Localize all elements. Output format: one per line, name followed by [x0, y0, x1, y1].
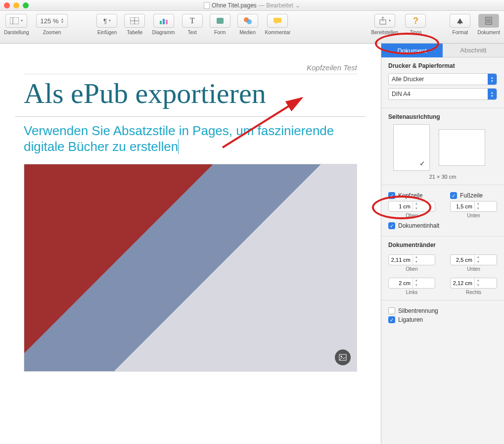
comment-label: Kommentar — [265, 30, 291, 35]
unten-label: Unten — [450, 213, 497, 218]
margin-left-stepper[interactable]: ▴▾ — [388, 278, 435, 289]
dokumentinhalt-label: Dokumentinhalt — [398, 222, 439, 229]
check-icon: ✓ — [419, 159, 425, 167]
table-button[interactable] — [124, 14, 145, 28]
share-label: Bereitstellen — [371, 30, 398, 35]
window-title: Ohne Titel.pages — Bearbeitet ⌄ — [0, 2, 504, 9]
comment-button[interactable] — [267, 14, 288, 28]
document-icon — [204, 2, 210, 9]
svg-rect-6 — [163, 19, 165, 24]
shape-label: Form — [214, 30, 226, 35]
image-replace-icon[interactable] — [335, 349, 351, 365]
svg-point-10 — [247, 19, 252, 24]
oben-label: Oben — [388, 213, 435, 218]
tab-dokument[interactable]: Dokument — [381, 44, 443, 57]
svg-rect-5 — [160, 21, 162, 24]
kopfzeile-checkbox[interactable]: ✓ — [388, 192, 395, 199]
tips-button[interactable]: ? — [405, 14, 426, 28]
window-titlebar: Ohne Titel.pages — Bearbeitet ⌄ — [0, 0, 504, 11]
kopfzeile-label: Kopfzeile — [398, 192, 422, 199]
chart-label: Diagramm — [152, 30, 175, 35]
toolbar: ▾ Darstellung 125 %▴▾ Zoomen ¶▾ Einfügen… — [0, 11, 504, 44]
zoom-select[interactable]: 125 %▴▾ — [36, 14, 68, 28]
svg-rect-11 — [274, 18, 281, 23]
step-down-icon[interactable]: ▾ — [413, 206, 419, 211]
step-up-icon[interactable]: ▴ — [413, 201, 419, 206]
step-up-icon[interactable]: ▴ — [475, 201, 481, 206]
margin-top-stepper[interactable]: ▴▾ — [388, 254, 435, 265]
subtitle-text: Verwenden Sie Absatzstile in Pages, um f… — [24, 123, 334, 154]
typography-section: Silbentrennung ✓Ligaturen — [381, 300, 504, 330]
silbentrennung-checkbox[interactable] — [388, 307, 395, 314]
margins-section: Dokumentränder ▴▾ Oben ▴▾ Unten ▴▾ Links… — [381, 237, 504, 300]
header-top-input[interactable] — [389, 203, 412, 209]
document-label: Dokument — [477, 30, 500, 35]
document-canvas[interactable]: Kopfzeilen Test Als ePub exportieren Ver… — [0, 44, 381, 444]
silbentrennung-label: Silbentrennung — [398, 307, 438, 314]
fusszeile-checkbox[interactable]: ✓ — [450, 192, 457, 199]
zoom-value: 125 % — [41, 17, 59, 25]
header-top-stepper[interactable]: ▴▾ — [388, 201, 435, 212]
insert-label: Einfügen — [97, 30, 117, 35]
sidebar-tabs: Dokument Abschnitt — [381, 44, 504, 57]
printer-heading: Drucker & Papierformat — [388, 62, 497, 69]
format-button[interactable] — [450, 14, 470, 28]
margins-heading: Dokumentränder — [388, 242, 497, 248]
margin-bottom-stepper[interactable]: ▴▾ — [450, 254, 497, 265]
view-button[interactable]: ▾ — [5, 14, 27, 28]
printer-value: Alle Drucker — [392, 76, 424, 83]
header-footer-section: ✓Kopfzeile ▴▾ Oben ✓Fußzeile ▴▾ Unten ✓D… — [381, 185, 504, 237]
dokumentinhalt-checkbox[interactable]: ✓ — [388, 222, 395, 229]
page: Kopfzeilen Test Als ePub exportieren Ver… — [15, 58, 366, 444]
paper-value: DIN A4 — [392, 91, 411, 98]
ligaturen-label: Ligaturen — [398, 316, 423, 323]
paper-select[interactable]: DIN A4▴▾ — [388, 88, 497, 100]
orientation-portrait[interactable]: ✓ — [393, 124, 430, 171]
m-links-label: Links — [388, 290, 435, 295]
orientation-landscape[interactable] — [439, 129, 485, 166]
printer-section: Drucker & Papierformat Alle Drucker▴▾ DI… — [381, 57, 504, 108]
footer-bottom-stepper[interactable]: ▴▾ — [450, 201, 497, 212]
ligaturen-checkbox[interactable]: ✓ — [388, 316, 395, 323]
media-button[interactable] — [237, 14, 258, 28]
content-image[interactable] — [24, 164, 357, 372]
chart-button[interactable] — [153, 14, 174, 28]
m-oben-label: Oben — [388, 266, 435, 272]
printer-select[interactable]: Alle Drucker▴▾ — [388, 73, 497, 85]
margin-right-stepper[interactable]: ▴▾ — [450, 278, 497, 289]
svg-marker-15 — [457, 18, 463, 23]
footer-bottom-input[interactable] — [451, 203, 474, 209]
step-down-icon[interactable]: ▾ — [475, 206, 481, 211]
orientation-section: Seitenausrichtung ✓ 21 × 30 cm — [381, 108, 504, 185]
document-subtitle[interactable]: Verwenden Sie Absatzstile in Pages, um f… — [15, 123, 366, 164]
zoom-label: Zoomen — [43, 30, 61, 35]
shape-button[interactable] — [210, 14, 230, 28]
tips-label: Tipps — [410, 30, 421, 35]
page-header-text[interactable]: Kopfzeilen Test — [24, 58, 357, 74]
svg-rect-0 — [10, 17, 19, 24]
margin-bottom-input[interactable] — [451, 257, 474, 263]
filename: Ohne Titel.pages — [212, 2, 257, 9]
margin-left-input[interactable] — [389, 280, 412, 286]
orientation-heading: Seitenausrichtung — [388, 113, 497, 120]
insert-button[interactable]: ¶▾ — [96, 14, 117, 28]
tab-abschnitt[interactable]: Abschnitt — [443, 44, 504, 57]
edit-status: — Bearbeitet — [259, 2, 293, 9]
svg-marker-12 — [275, 23, 277, 24]
table-label: Tabelle — [127, 30, 143, 35]
svg-rect-7 — [166, 20, 168, 24]
margin-top-input[interactable] — [389, 257, 412, 263]
document-title[interactable]: Als ePub exportieren — [15, 78, 366, 117]
svg-rect-8 — [217, 18, 224, 24]
text-button[interactable]: T — [182, 14, 203, 28]
m-rechts-label: Rechts — [450, 290, 497, 295]
svg-point-22 — [341, 355, 342, 357]
title-chevron-icon[interactable]: ⌄ — [295, 2, 300, 9]
inspector-sidebar: Dokument Abschnitt Drucker & Papierforma… — [381, 44, 504, 444]
margin-right-input[interactable] — [451, 280, 474, 286]
orientation-size: 21 × 30 cm — [388, 174, 497, 180]
document-button[interactable] — [478, 14, 499, 28]
fusszeile-label: Fußzeile — [460, 192, 483, 199]
share-button[interactable]: ▾ — [374, 14, 395, 28]
svg-rect-16 — [459, 23, 460, 24]
